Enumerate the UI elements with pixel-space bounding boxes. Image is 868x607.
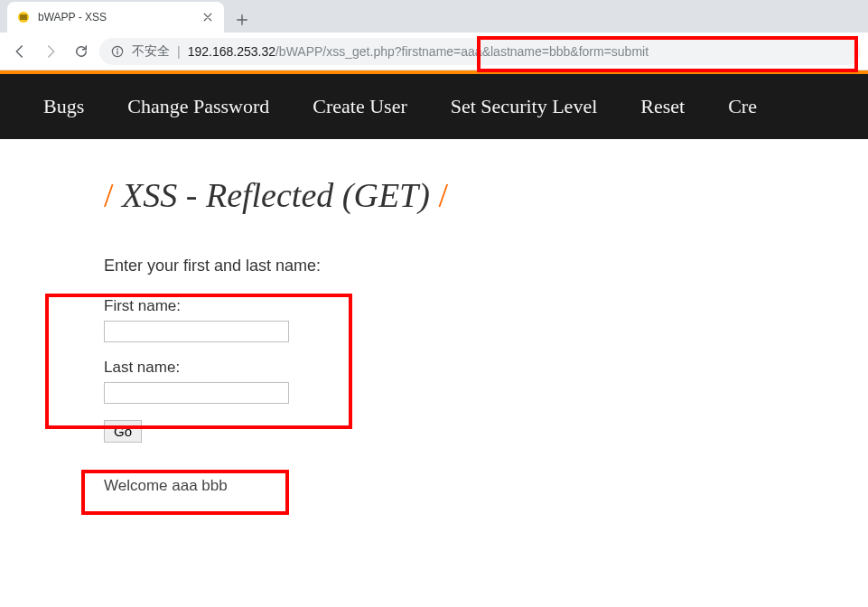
tab-strip: bWAPP - XSS (0, 0, 868, 33)
new-tab-button[interactable] (229, 7, 255, 33)
first-name-label: First name: (104, 297, 868, 315)
first-name-input[interactable] (104, 321, 289, 342)
close-icon[interactable] (201, 10, 215, 24)
info-icon (110, 44, 125, 59)
url-query: ?firstname=aaa&lastname=bbb&form=submit (395, 44, 649, 59)
bee-icon (16, 10, 31, 24)
page-title-text: XSS - Reflected (GET) (114, 176, 439, 214)
browser-tab[interactable]: bWAPP - XSS (7, 2, 224, 33)
insecure-label: 不安全 (132, 43, 170, 60)
url-text: 192.168.253.32/bWAPP/xss_get.php?firstna… (188, 44, 649, 59)
svg-rect-3 (117, 51, 117, 54)
back-button[interactable] (7, 39, 33, 64)
reload-button[interactable] (69, 39, 94, 64)
site-nav: Bugs Change Password Create User Set Sec… (0, 74, 868, 139)
separator: | (177, 44, 181, 59)
tab-title: bWAPP - XSS (38, 11, 201, 23)
page-title: / XSS - Reflected (GET) / (104, 175, 868, 215)
slash-icon: / (438, 176, 448, 214)
nav-item-credits-truncated[interactable]: Cre (728, 95, 757, 118)
last-name-label: Last name: (104, 359, 868, 377)
nav-item-create-user[interactable]: Create User (313, 95, 406, 118)
nav-item-set-security-level[interactable]: Set Security Level (451, 95, 598, 118)
browser-toolbar: 不安全 | 192.168.253.32/bWAPP/xss_get.php?f… (0, 33, 868, 70)
last-name-input[interactable] (104, 382, 289, 404)
form-prompt: Enter your first and last name: (104, 257, 868, 275)
go-button[interactable]: Go (104, 420, 142, 443)
nav-item-reset[interactable]: Reset (640, 95, 685, 118)
welcome-message: Welcome aaa bbb (104, 477, 868, 495)
nav-item-bugs[interactable]: Bugs (43, 95, 84, 118)
url-path: /bWAPP/xss_get.php (275, 44, 395, 59)
slash-icon: / (104, 176, 114, 214)
url-host: 192.168.253.32 (188, 44, 275, 59)
nav-item-change-password[interactable]: Change Password (127, 95, 269, 118)
svg-point-2 (117, 48, 118, 50)
forward-button[interactable] (38, 39, 63, 64)
name-form: First name: Last name: Go (104, 297, 868, 443)
address-bar[interactable]: 不安全 | 192.168.253.32/bWAPP/xss_get.php?f… (99, 38, 861, 65)
